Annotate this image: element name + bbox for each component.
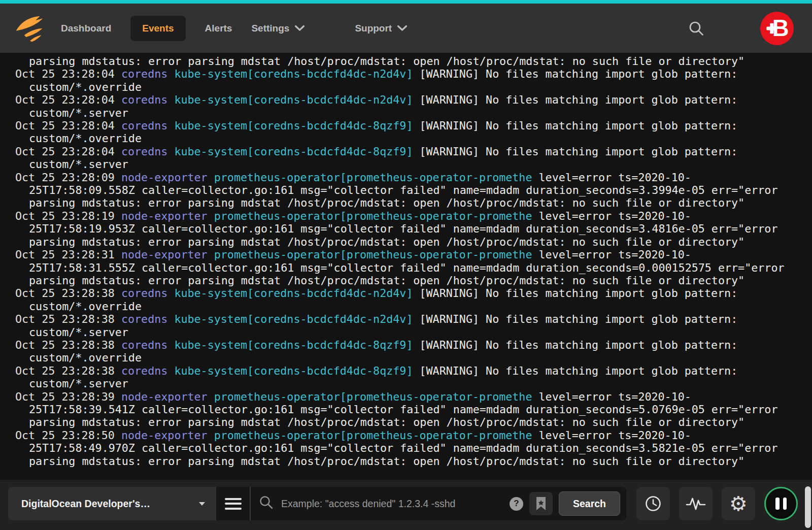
- group-selector[interactable]: DigitalOcean Developer's…: [8, 487, 216, 520]
- log-program: coredns: [121, 145, 174, 158]
- log-message: level=error ts=2020-10-: [539, 248, 691, 261]
- nav-support[interactable]: Support: [355, 23, 408, 34]
- log-message: parsing mdstatus: error parsing mdstat /…: [29, 236, 745, 248]
- log-program: node-exporter: [121, 429, 214, 442]
- log-timestamp: Oct 25 23:28:38: [15, 287, 121, 300]
- log-row: parsing mdstatus: error parsing mdstat /…: [0, 455, 812, 468]
- log-row: parsing mdstatus: error parsing mdstat /…: [0, 274, 812, 287]
- log-message: parsing mdstatus: error parsing mdstat /…: [29, 455, 745, 468]
- log-message: parsing mdstatus: error parsing mdstat /…: [29, 196, 745, 209]
- log-message: level=error ts=2020-10-: [539, 171, 691, 184]
- log-program: coredns: [121, 313, 174, 325]
- solarwinds-logo[interactable]: [14, 13, 45, 44]
- log-program: coredns: [121, 365, 174, 377]
- log-row: Oct 25 23:28:31 node-exporter prometheus…: [0, 248, 812, 261]
- log-row: Oct 25 23:28:09 node-exporter prometheus…: [0, 171, 812, 184]
- log-source: prometheus-operator[prometheus-operator-…: [214, 390, 539, 403]
- log-source: kube-system[coredns-bcdcfd4dc-n2d4v]: [174, 287, 419, 300]
- nav-menu: Dashboard Events Alerts Settings Support: [61, 16, 408, 41]
- log-message: custom/*.override: [29, 132, 142, 145]
- toolbar-cluster: DigitalOcean Developer's… ? Search: [8, 487, 798, 520]
- help-icon[interactable]: ?: [510, 497, 523, 511]
- pause-button[interactable]: [764, 487, 798, 520]
- log-message: [WARNING] No files matching import glob …: [420, 365, 738, 377]
- log-row: custom/*.server: [0, 377, 812, 390]
- pulse-icon: [685, 495, 706, 512]
- nav-settings-label: Settings: [251, 23, 289, 34]
- log-row: custom/*.server: [0, 326, 812, 339]
- log-row: custom/*.server: [0, 158, 812, 171]
- settings-gear-button[interactable]: ⚙: [722, 487, 755, 520]
- log-source: kube-system[coredns-bcdcfd4dc-n2d4v]: [174, 313, 419, 325]
- log-row: custom/*.override: [0, 300, 812, 313]
- log-row: 25T17:58:31.555Z caller=collector.go:161…: [0, 261, 812, 274]
- time-range-button[interactable]: [636, 487, 670, 520]
- search-icon[interactable]: [688, 20, 704, 37]
- search-button[interactable]: Search: [559, 491, 620, 516]
- group-selector-value: DigitalOcean Developer's…: [21, 498, 150, 510]
- log-message: 25T17:58:49.970Z caller=collector.go:161…: [29, 442, 777, 454]
- log-timestamp: Oct 25 23:28:39: [15, 390, 121, 403]
- log-message: custom/*.server: [29, 326, 128, 339]
- log-row: custom/*.server: [0, 107, 812, 119]
- log-row: 25T17:58:19.953Z caller=collector.go:161…: [0, 222, 812, 235]
- log-source: kube-system[coredns-bcdcfd4dc-8qzf9]: [174, 119, 419, 132]
- log-timestamp: Oct 25 23:28:19: [15, 210, 121, 222]
- log-program: coredns: [121, 68, 174, 80]
- log-row: Oct 25 23:28:04 coredns kube-system[core…: [0, 93, 812, 106]
- log-message: [WARNING] No files matching import glob …: [420, 93, 738, 106]
- log-message: custom/*.override: [29, 81, 142, 93]
- bookmark-icon: [534, 496, 548, 511]
- bookmark-button[interactable]: [529, 492, 553, 515]
- apps-grid-icon[interactable]: [725, 21, 740, 36]
- log-program: node-exporter: [121, 248, 214, 261]
- top-accent-strip: [0, 0, 812, 4]
- log-row: 25T17:58:09.558Z caller=collector.go:161…: [0, 184, 812, 196]
- log-source: prometheus-operator[prometheus-operator-…: [214, 429, 539, 442]
- log-timestamp: Oct 25 23:28:38: [15, 339, 121, 351]
- log-row: Oct 25 23:28:50 node-exporter prometheus…: [0, 429, 812, 442]
- log-message: custom/*.override: [29, 351, 142, 364]
- log-message: custom/*.override: [29, 300, 142, 313]
- log-program: node-exporter: [121, 171, 214, 184]
- log-source: kube-system[coredns-bcdcfd4dc-8qzf9]: [174, 365, 419, 377]
- log-program: coredns: [121, 287, 174, 300]
- log-timestamp: Oct 25 23:28:31: [15, 248, 121, 261]
- avatar[interactable]: B: [760, 12, 794, 45]
- log-message: level=error ts=2020-10-: [539, 210, 691, 222]
- log-row: 25T17:58:49.970Z caller=collector.go:161…: [0, 442, 812, 454]
- pause-icon: [783, 498, 787, 510]
- log-message: custom/*.server: [29, 158, 128, 171]
- log-message: 25T17:58:39.541Z caller=collector.go:161…: [29, 403, 777, 416]
- activity-pulse-button[interactable]: [679, 487, 713, 520]
- log-program: node-exporter: [121, 390, 214, 403]
- clock-icon: [644, 494, 663, 513]
- log-row: parsing mdstatus: error parsing mdstat /…: [0, 416, 812, 428]
- search-input[interactable]: [280, 498, 503, 510]
- log-source: prometheus-operator[prometheus-operator-…: [214, 171, 539, 184]
- nav-settings[interactable]: Settings: [251, 23, 305, 34]
- log-program: node-exporter: [121, 210, 214, 222]
- nav-events[interactable]: Events: [130, 16, 185, 41]
- gear-icon: ⚙: [729, 493, 748, 514]
- log-timestamp: Oct 25 23:28:04: [15, 119, 121, 132]
- log-message: custom/*.server: [29, 377, 128, 390]
- log-row: parsing mdstatus: error parsing mdstat /…: [0, 55, 812, 68]
- log-row: custom/*.override: [0, 81, 812, 93]
- log-message: [WARNING] No files matching import glob …: [420, 68, 738, 80]
- log-message: [WARNING] No files matching import glob …: [420, 287, 738, 300]
- log-program: coredns: [121, 93, 174, 106]
- log-row: Oct 25 23:28:38 coredns kube-system[core…: [0, 287, 812, 300]
- log-view[interactable]: parsing mdstatus: error parsing mdstat /…: [0, 53, 812, 480]
- chevron-down-icon: [294, 23, 305, 34]
- log-timestamp: Oct 25 23:28:50: [15, 429, 121, 442]
- log-message: [WARNING] No files matching import glob …: [420, 339, 738, 351]
- log-row: parsing mdstatus: error parsing mdstat /…: [0, 196, 812, 209]
- menu-button[interactable]: [216, 487, 250, 520]
- log-source: kube-system[coredns-bcdcfd4dc-8qzf9]: [174, 145, 419, 158]
- nav-alerts[interactable]: Alerts: [205, 23, 232, 34]
- nav-dashboard[interactable]: Dashboard: [61, 23, 111, 34]
- scrollbar-thumb[interactable]: [805, 486, 811, 528]
- log-row: Oct 25 23:28:19 node-exporter prometheus…: [0, 210, 812, 222]
- search-icon-small: [259, 495, 274, 512]
